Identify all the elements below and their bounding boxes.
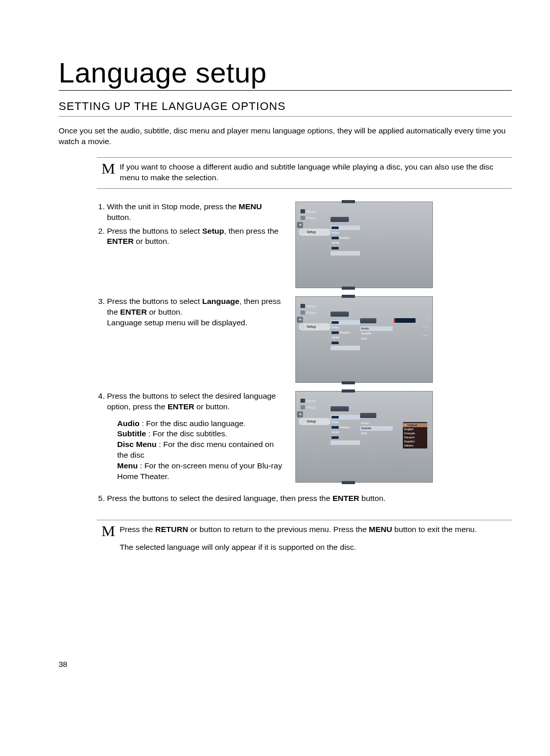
side-prev-icon: ◄	[296, 411, 331, 418]
section-heading: SETTING UP THE LANGUAGE OPTIONS	[59, 100, 512, 117]
language-popup: Original English Français Deutsch Españo…	[403, 422, 427, 449]
popup-opt-french: Français	[403, 431, 427, 435]
side-setup: Setup	[299, 418, 331, 425]
side-prev-icon: ◄	[296, 221, 331, 229]
step-3-text: Press the buttons to select Language, th…	[97, 296, 283, 331]
side-music: Music	[299, 398, 331, 404]
side-setup: Setup	[299, 323, 331, 330]
side-photo: Photo	[299, 310, 331, 316]
step-5: Press the buttons to select the desired …	[107, 493, 512, 504]
step-4-text: Press the buttons to select the desired …	[97, 391, 283, 485]
popup-opt-italian: Italiano	[403, 443, 427, 447]
note-block-2: M Press the RETURN or button to return t…	[97, 520, 512, 558]
note-icon: M	[97, 161, 120, 182]
popup-opt-original: Original	[403, 423, 427, 427]
side-music: Music	[299, 208, 331, 215]
popup-opt-spanish: Español	[403, 439, 427, 443]
side-prev-icon: ◄	[296, 316, 331, 323]
step-1-2-text: With the unit in Stop mode, press the ME…	[97, 202, 283, 250]
osd-screenshot-2: Music Photo ◄ Setup Video Display HDMI	[295, 296, 433, 383]
step-5-text: Press the buttons to select the desired …	[97, 493, 512, 507]
note-text: If you want to choose a different audio …	[120, 162, 512, 183]
lang-submenu: Audio Subtitle Disc	[360, 421, 393, 436]
step-2: Press the buttons to select Setup, then …	[107, 226, 283, 247]
step-4: Press the buttons to select the desired …	[107, 391, 283, 482]
note-icon: M	[97, 523, 120, 552]
popup-opt-english: English	[403, 427, 427, 431]
setup-submenu: Video Display HDMI	[331, 415, 360, 445]
popup-opt-german: Deutsch	[403, 435, 427, 439]
note-text-2: Press the RETURN or button to return to …	[120, 524, 512, 553]
side-photo: Photo	[299, 404, 331, 411]
setup-submenu: Video Display HDMI	[331, 226, 360, 256]
lang-header-bar	[394, 318, 416, 323]
step-1: With the unit in Stop mode, press the ME…	[107, 202, 283, 223]
setup-submenu: Video Display HDMI	[331, 320, 360, 350]
osd-screenshot-1: Music Photo ◄ Setup Video Display HDMI	[295, 202, 433, 288]
side-music: Music	[299, 303, 331, 310]
side-setup: Setup	[299, 229, 331, 236]
osd-screenshot-3: Music Photo ◄ Setup Video Display HDMI	[295, 391, 433, 483]
lang-submenu: Audio Subtitle Disc	[360, 326, 393, 341]
page-title: Language setup	[59, 56, 512, 91]
intro-text: Once you set the audio, subtitle, disc m…	[59, 126, 512, 147]
step-3: Press the buttons to select Language, th…	[107, 296, 283, 328]
page-number: 38	[59, 660, 512, 669]
side-photo: Photo	[299, 215, 331, 221]
note-block-1: M If you want to choose a different audi…	[97, 157, 512, 189]
